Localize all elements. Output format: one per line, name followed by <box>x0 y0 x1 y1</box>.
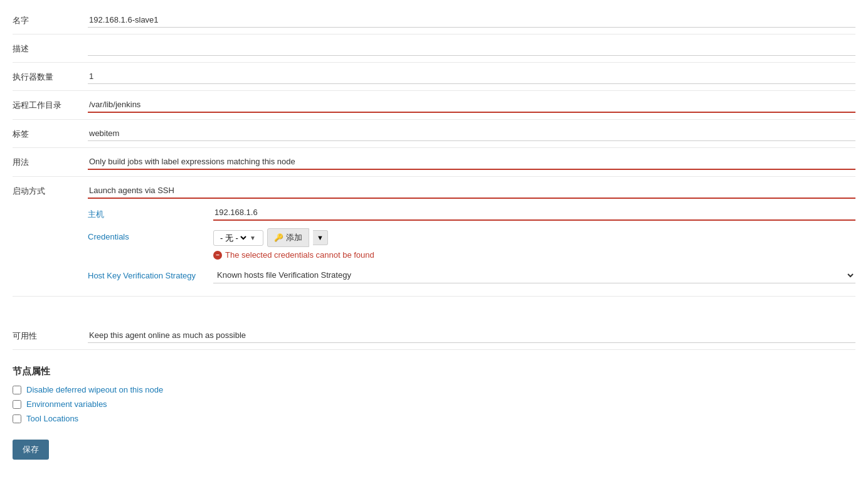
labels-field <box>88 125 855 142</box>
error-text: The selected credentials cannot be found <box>225 250 374 260</box>
key-icon: 🔑 <box>274 233 283 242</box>
credentials-controls: - 无 - ▼ 🔑 添加 ▼ <box>213 228 855 247</box>
launch-field: Launch agents via SSH 主机 Credentials <box>88 182 855 291</box>
name-field <box>88 11 855 29</box>
availability-row: 可用性 Keep this agent online as much as po… <box>13 322 855 350</box>
credentials-select[interactable]: - 无 - <box>218 233 248 243</box>
remote-dir-label: 远程工作目录 <box>13 96 88 111</box>
checkbox-row-2: Environment variables <box>13 397 855 411</box>
labels-label: 标签 <box>13 125 88 140</box>
name-row: 名字 <box>13 6 855 34</box>
launch-select[interactable]: Launch agents via SSH <box>88 183 855 199</box>
tool-locations-checkbox[interactable] <box>13 414 21 423</box>
spacer <box>13 297 855 322</box>
node-properties-section: 节点属性 Disable deferred wipeout on this no… <box>13 350 855 432</box>
desc-row: 描述 <box>13 34 855 63</box>
host-row: 主机 <box>88 201 855 224</box>
host-key-field: Known hosts file Verification Strategy <box>213 267 855 283</box>
disable-wipeout-checkbox[interactable] <box>13 386 21 394</box>
remote-dir-row: 远程工作目录 <box>13 91 855 120</box>
desc-field <box>88 40 855 57</box>
availability-select[interactable]: Keep this agent online as much as possib… <box>88 328 855 343</box>
launch-label: 启动方式 <box>13 182 88 197</box>
env-vars-label: Environment variables <box>26 399 107 409</box>
launch-row: 启动方式 Launch agents via SSH 主机 Credential… <box>13 177 855 297</box>
checkbox-row-3: Tool Locations <box>13 411 855 426</box>
add-credentials-button[interactable]: 🔑 添加 <box>267 228 309 247</box>
executors-label: 执行器数量 <box>13 68 88 83</box>
host-field <box>213 205 855 221</box>
credentials-select-wrapper[interactable]: - 无 - ▼ <box>213 230 263 246</box>
ssh-subform: 主机 Credentials - 无 - <box>88 199 855 290</box>
credentials-label: Credentials <box>88 228 213 241</box>
desc-label: 描述 <box>13 40 88 55</box>
node-properties-title: 节点属性 <box>13 366 855 377</box>
env-vars-checkbox[interactable] <box>13 400 21 409</box>
usage-select[interactable]: Only build jobs with label expressions m… <box>88 154 855 170</box>
credentials-error: – The selected credentials cannot be fou… <box>213 250 855 260</box>
remote-dir-input[interactable] <box>88 97 855 113</box>
name-label: 名字 <box>13 11 88 26</box>
availability-field: Keep this agent online as much as possib… <box>88 327 855 344</box>
host-key-select[interactable]: Known hosts file Verification Strategy <box>213 267 855 283</box>
credentials-row: Credentials - 无 - ▼ 🔑 添加 <box>88 224 855 263</box>
desc-input[interactable] <box>88 41 855 56</box>
remote-dir-field <box>88 96 855 114</box>
availability-label: 可用性 <box>13 327 88 342</box>
labels-row: 标签 <box>13 120 855 148</box>
save-button[interactable]: 保存 <box>13 440 49 460</box>
form-container: 名字 描述 执行器数量 远程工作目录 标签 用法 <box>0 0 868 472</box>
usage-label: 用法 <box>13 153 88 168</box>
add-credentials-dropdown-button[interactable]: ▼ <box>313 230 328 245</box>
disable-wipeout-label: Disable deferred wipeout on this node <box>26 385 163 394</box>
usage-row: 用法 Only build jobs with label expression… <box>13 148 855 177</box>
add-label: 添加 <box>286 232 302 243</box>
labels-input[interactable] <box>88 126 855 141</box>
host-key-row: Host Key Verification Strategy Known hos… <box>88 263 855 287</box>
credentials-dropdown-arrow: ▼ <box>250 235 256 241</box>
executors-row: 执行器数量 <box>13 63 855 91</box>
add-dropdown-arrow: ▼ <box>317 234 324 241</box>
name-input[interactable] <box>88 13 855 28</box>
executors-field <box>88 68 855 85</box>
error-icon: – <box>213 251 222 260</box>
host-input[interactable] <box>213 205 855 221</box>
tool-locations-label: Tool Locations <box>26 414 78 423</box>
credentials-field: - 无 - ▼ 🔑 添加 ▼ <box>213 228 855 260</box>
executors-input[interactable] <box>88 69 855 84</box>
checkbox-row-1: Disable deferred wipeout on this node <box>13 383 855 397</box>
host-label: 主机 <box>88 205 213 220</box>
host-key-label: Host Key Verification Strategy <box>88 267 213 280</box>
usage-field: Only build jobs with label expressions m… <box>88 153 855 171</box>
